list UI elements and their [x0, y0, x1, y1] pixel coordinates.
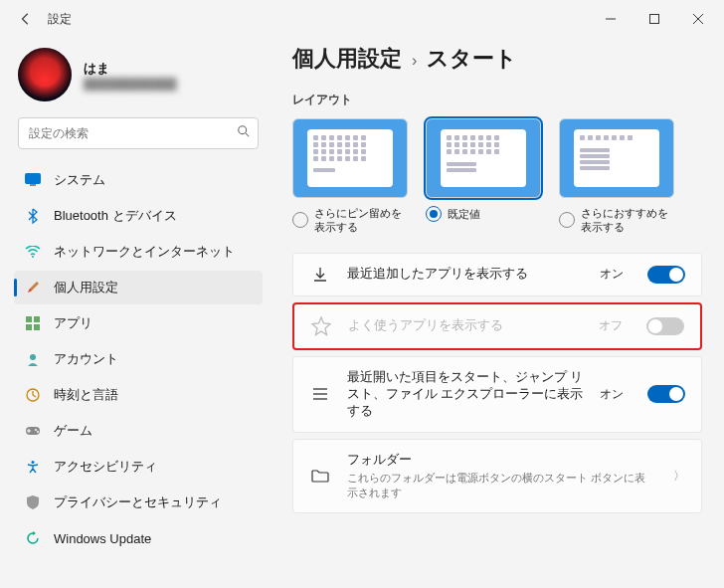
sidebar-item-accounts[interactable]: アカウント	[14, 342, 263, 376]
layout-preview	[559, 118, 674, 198]
breadcrumb-parent[interactable]: 個人用設定	[292, 44, 402, 74]
list-icon	[309, 387, 331, 401]
sidebar-item-label: アカウント	[54, 350, 118, 368]
sidebar-item-accessibility[interactable]: アクセシビリティ	[14, 450, 263, 484]
setting-title: フォルダー	[347, 452, 651, 469]
radio-icon	[292, 212, 308, 228]
maximize-icon	[649, 14, 659, 24]
layout-options: さらにピン留めを表示する	[292, 118, 702, 235]
layout-preview	[426, 118, 541, 198]
svg-point-17	[37, 431, 39, 433]
setting-folders[interactable]: フォルダー これらのフォルダーは電源ボタンの横のスタート ボタンに表示されます …	[292, 439, 702, 513]
minimize-button[interactable]	[589, 3, 633, 35]
layout-label: さらにピン留めを表示する	[314, 206, 408, 235]
sidebar-item-label: システム	[54, 171, 105, 189]
clock-icon	[24, 386, 42, 404]
nav: システム Bluetooth とデバイス ネットワークとインターネット 個人用設…	[14, 163, 263, 555]
sidebar-item-label: Windows Update	[54, 531, 151, 546]
search	[18, 117, 259, 149]
sidebar-item-label: 時刻と言語	[54, 386, 118, 404]
sidebar-item-gaming[interactable]: ゲーム	[14, 414, 263, 448]
setting-subtitle: これらのフォルダーは電源ボタンの横のスタート ボタンに表示されます	[347, 471, 651, 500]
svg-rect-6	[26, 174, 41, 184]
toggle-state: オフ	[599, 317, 623, 334]
sidebar-item-label: アプリ	[54, 314, 92, 332]
layout-default[interactable]: 既定値	[426, 118, 541, 235]
sidebar-item-label: ゲーム	[54, 422, 92, 440]
folder-icon	[309, 469, 331, 483]
sidebar-item-label: プライバシーとセキュリティ	[54, 493, 222, 511]
bluetooth-icon	[24, 207, 42, 225]
update-icon	[24, 529, 42, 547]
titlebar: 設定	[0, 0, 724, 38]
setting-recent-items[interactable]: 最近開いた項目をスタート、ジャンプ リスト、ファイル エクスプローラーに表示する…	[292, 356, 702, 433]
chevron-right-icon: ›	[412, 52, 417, 70]
apps-icon	[24, 314, 42, 332]
sidebar-item-label: 個人用設定	[54, 279, 118, 296]
setting-most-used[interactable]: よく使うアプリを表示する オフ	[292, 302, 702, 350]
layout-label: 既定値	[448, 207, 480, 221]
setting-title: 最近開いた項目をスタート、ジャンプ リスト、ファイル エクスプローラーに表示する	[347, 369, 584, 420]
layout-more-recommend[interactable]: さらにおすすめを表示する	[559, 118, 674, 235]
minimize-icon	[606, 14, 616, 24]
star-icon	[310, 316, 332, 336]
window-title: 設定	[48, 11, 72, 28]
toggle-state: オン	[600, 266, 624, 283]
svg-rect-9	[26, 316, 32, 322]
brush-icon	[24, 279, 42, 296]
svg-point-13	[30, 354, 36, 360]
sidebar-item-personalization[interactable]: 個人用設定	[14, 271, 263, 304]
close-icon	[693, 14, 703, 24]
breadcrumb: 個人用設定 › スタート	[292, 44, 702, 74]
display-icon	[24, 171, 42, 189]
sidebar-item-time[interactable]: 時刻と言語	[14, 378, 263, 412]
toggle-switch[interactable]	[647, 266, 685, 284]
svg-rect-12	[34, 324, 40, 330]
chevron-right-icon: 〉	[673, 468, 685, 485]
sidebar-item-update[interactable]: Windows Update	[14, 521, 263, 555]
sidebar-item-system[interactable]: システム	[14, 163, 263, 197]
shield-icon	[24, 493, 42, 511]
sidebar-item-privacy[interactable]: プライバシーとセキュリティ	[14, 486, 263, 519]
wifi-icon	[24, 243, 42, 261]
svg-point-8	[32, 256, 34, 258]
svg-line-5	[246, 133, 250, 137]
profile[interactable]: はま ████████████	[14, 42, 263, 115]
section-layout-label: レイアウト	[292, 92, 702, 108]
back-button[interactable]	[12, 5, 40, 33]
layout-preview	[292, 118, 408, 198]
radio-icon	[559, 212, 575, 228]
maximize-button[interactable]	[633, 3, 676, 35]
profile-name: はま	[84, 60, 177, 78]
main: 個人用設定 › スタート レイアウト	[271, 38, 724, 588]
sidebar-item-label: ネットワークとインターネット	[54, 243, 235, 261]
svg-rect-11	[26, 324, 32, 330]
page-title: スタート	[427, 44, 517, 74]
sidebar-item-network[interactable]: ネットワークとインターネット	[14, 235, 263, 269]
toggle-switch	[646, 317, 684, 335]
arrow-left-icon	[19, 12, 33, 26]
account-icon	[24, 350, 42, 368]
toggle-state: オン	[600, 386, 624, 403]
gaming-icon	[24, 422, 42, 440]
sidebar-item-bluetooth[interactable]: Bluetooth とデバイス	[14, 199, 263, 233]
setting-title: よく使うアプリを表示する	[348, 317, 583, 334]
search-input[interactable]	[18, 117, 259, 149]
sidebar-item-apps[interactable]: アプリ	[14, 306, 263, 340]
svg-rect-10	[34, 316, 40, 322]
radio-icon	[426, 206, 442, 222]
svg-rect-7	[30, 184, 36, 186]
profile-meta: ████████████	[84, 78, 177, 90]
search-icon	[237, 124, 251, 141]
toggle-switch[interactable]	[647, 385, 685, 403]
avatar	[18, 48, 72, 101]
sidebar-item-label: アクセシビリティ	[54, 458, 157, 476]
layout-more-pins[interactable]: さらにピン留めを表示する	[292, 118, 408, 235]
sidebar-item-label: Bluetooth とデバイス	[54, 207, 177, 225]
download-icon	[309, 266, 331, 284]
svg-point-18	[32, 461, 35, 464]
close-button[interactable]	[676, 3, 720, 35]
svg-rect-1	[650, 15, 659, 24]
svg-point-16	[35, 429, 37, 431]
setting-recently-added[interactable]: 最近追加したアプリを表示する オン	[292, 253, 702, 296]
